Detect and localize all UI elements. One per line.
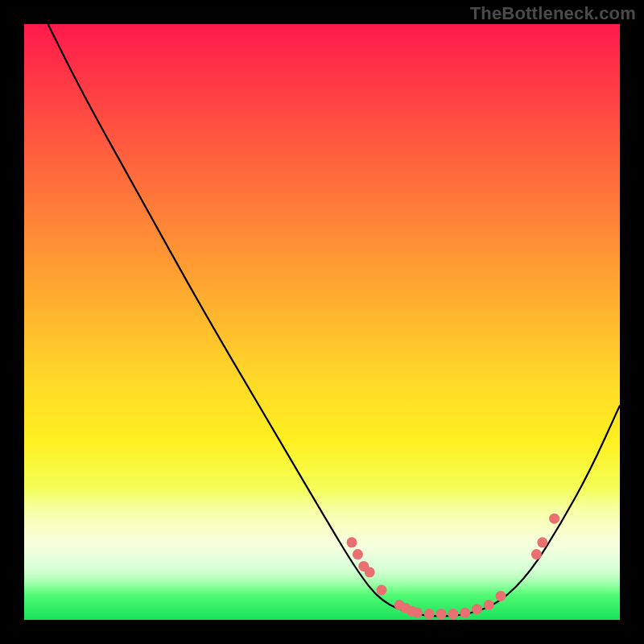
data-dot	[377, 585, 387, 596]
data-dot	[347, 537, 357, 547]
plot-area	[24, 24, 620, 620]
data-dot	[484, 600, 494, 610]
bottleneck-curve	[48, 24, 620, 616]
data-dot	[549, 514, 559, 524]
dot-layer	[347, 514, 560, 619]
watermark-text: TheBottleneck.com	[470, 3, 636, 24]
data-dot	[436, 609, 447, 619]
data-dot	[496, 591, 506, 601]
data-dot	[472, 604, 482, 614]
data-dot	[412, 608, 423, 618]
chart-frame: TheBottleneck.com	[0, 0, 644, 644]
data-dot	[353, 549, 363, 559]
data-dot	[460, 608, 470, 618]
curve-svg	[24, 24, 620, 620]
data-dot	[365, 567, 375, 577]
data-dot	[537, 537, 547, 547]
data-dot	[448, 609, 458, 619]
data-dot	[424, 609, 435, 619]
data-dot	[531, 549, 542, 559]
